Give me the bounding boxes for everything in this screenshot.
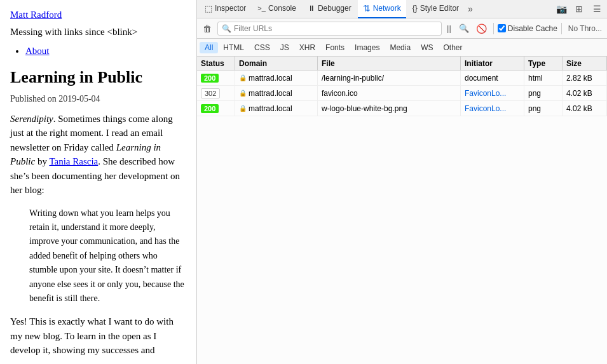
cell-domain-2: 🔒 mattrad.local bbox=[235, 101, 318, 116]
blockquote: Writing down what you learn helps you re… bbox=[29, 206, 186, 306]
inspector-icon: ⬚ bbox=[205, 4, 212, 13]
search-button[interactable]: 🔍 bbox=[456, 21, 472, 36]
lock-icon: 🔒 bbox=[239, 105, 247, 112]
menu-icon[interactable]: ☰ bbox=[589, 1, 604, 17]
disable-cache-checkbox[interactable] bbox=[498, 24, 506, 32]
intro-paragraph: Serendipity. Sometimes things come along… bbox=[10, 112, 186, 198]
filter-tab-xhr[interactable]: XHR bbox=[294, 42, 320, 53]
cell-initiator-1[interactable]: FaviconLo... bbox=[461, 86, 524, 100]
disable-cache-label[interactable]: Disable Cache bbox=[498, 24, 557, 33]
cell-type-0: html bbox=[524, 71, 563, 85]
cell-size-2: 4.02 kB bbox=[563, 101, 607, 116]
cell-status-2: 200 bbox=[197, 101, 235, 116]
cell-file-1: favicon.ico bbox=[318, 86, 461, 100]
network-icon: ⇅ bbox=[363, 3, 371, 13]
lock-icon: 🔒 bbox=[239, 90, 247, 97]
tab-console[interactable]: >_ Console bbox=[252, 0, 301, 18]
cell-status-1: 302 bbox=[197, 86, 235, 100]
filter-tab-js[interactable]: JS bbox=[275, 42, 294, 53]
filter-tab-ws[interactable]: WS bbox=[416, 42, 438, 53]
pause-button[interactable]: || bbox=[444, 24, 454, 33]
more-tabs-icon: » bbox=[468, 4, 473, 14]
toolbar-separator-2 bbox=[561, 23, 562, 34]
console-icon: >_ bbox=[257, 4, 266, 12]
devtools-tab-bar: ⬚ Inspector >_ Console ⏸ Debugger ⇅ Netw… bbox=[197, 0, 607, 18]
about-link[interactable]: About bbox=[25, 46, 50, 56]
filter-icon: 🔍 bbox=[222, 24, 231, 33]
filter-tab-all[interactable]: All bbox=[200, 42, 218, 53]
cell-type-1: png bbox=[524, 86, 563, 100]
tania-link[interactable]: Tania Rascia bbox=[49, 156, 98, 166]
status-badge-200-2: 200 bbox=[201, 104, 219, 113]
status-badge-200: 200 bbox=[201, 74, 219, 83]
filter-tab-other[interactable]: Other bbox=[438, 42, 467, 53]
no-throttle[interactable]: No Thro... bbox=[566, 24, 604, 33]
tab-style-editor[interactable]: {} Style Editor bbox=[407, 0, 464, 18]
lock-icon: 🔒 bbox=[239, 74, 247, 81]
filter-tab-css[interactable]: CSS bbox=[249, 42, 275, 53]
cell-initiator-2[interactable]: FaviconLo... bbox=[461, 101, 524, 116]
filter-input[interactable] bbox=[234, 24, 437, 33]
tab-inspector[interactable]: ⬚ Inspector bbox=[200, 0, 251, 18]
table-row[interactable]: 200 🔒 mattrad.local /learning-in-public/… bbox=[197, 71, 607, 86]
body-continue: Yes! This is exactly what I want to do w… bbox=[10, 314, 186, 358]
clear-button[interactable]: 🗑 bbox=[200, 21, 215, 36]
header-domain[interactable]: Domain bbox=[235, 57, 318, 70]
screenshot-icon[interactable]: 📷 bbox=[554, 1, 569, 17]
devtools-pane: ⬚ Inspector >_ Console ⏸ Debugger ⇅ Netw… bbox=[197, 0, 607, 364]
cell-status-0: 200 bbox=[197, 71, 235, 85]
status-badge-302: 302 bbox=[201, 88, 220, 98]
header-file[interactable]: File bbox=[318, 57, 461, 70]
filter-type-tabs: All HTML CSS JS XHR Fonts Images Media W… bbox=[197, 39, 607, 57]
filter-tab-images[interactable]: Images bbox=[350, 42, 385, 53]
header-initiator[interactable]: Initiator bbox=[461, 57, 524, 70]
more-tabs-button[interactable]: » bbox=[465, 4, 475, 14]
cell-type-2: png bbox=[524, 101, 563, 116]
network-toolbar: 🗑 🔍 || 🔍 🚫 Disable Cache No Thro... bbox=[197, 18, 607, 39]
tab-debugger[interactable]: ⏸ Debugger bbox=[303, 0, 357, 18]
filter-tab-media[interactable]: Media bbox=[385, 42, 416, 53]
cell-domain-1: 🔒 mattrad.local bbox=[235, 86, 318, 100]
header-status[interactable]: Status bbox=[197, 57, 235, 70]
filter-tab-html[interactable]: HTML bbox=[218, 42, 249, 53]
webpage-pane: Matt Radford Messing with links since <b… bbox=[0, 0, 197, 364]
cell-size-0: 2.82 kB bbox=[563, 71, 607, 85]
block-button[interactable]: 🚫 bbox=[474, 21, 489, 36]
author-link[interactable]: Matt Radford bbox=[10, 8, 186, 22]
header-type[interactable]: Type bbox=[524, 57, 563, 70]
cell-size-1: 4.02 kB bbox=[563, 86, 607, 100]
network-table: Status Domain File Initiator Type Size 2… bbox=[197, 57, 607, 364]
style-editor-icon: {} bbox=[413, 4, 418, 13]
cell-domain-0: 🔒 mattrad.local bbox=[235, 71, 318, 85]
cell-file-0: /learning-in-public/ bbox=[318, 71, 461, 85]
cell-file-2: w-logo-blue-white-bg.png bbox=[318, 101, 461, 116]
tab-network[interactable]: ⇅ Network bbox=[358, 0, 406, 18]
table-header: Status Domain File Initiator Type Size bbox=[197, 57, 607, 71]
debugger-icon: ⏸ bbox=[308, 4, 315, 13]
cell-initiator-0: document bbox=[461, 71, 524, 85]
devtools-right-icons: 📷 ⊞ ☰ bbox=[554, 1, 604, 17]
table-row[interactable]: 302 🔒 mattrad.local favicon.ico FaviconL… bbox=[197, 86, 607, 101]
layout-icon[interactable]: ⊞ bbox=[571, 1, 587, 17]
page-title: Learning in Public bbox=[10, 67, 186, 87]
toolbar-separator bbox=[493, 23, 494, 34]
filter-input-wrap: 🔍 bbox=[217, 22, 442, 36]
filter-tab-fonts[interactable]: Fonts bbox=[320, 42, 350, 53]
header-size[interactable]: Size bbox=[563, 57, 607, 70]
table-row[interactable]: 200 🔒 mattrad.local w-logo-blue-white-bg… bbox=[197, 101, 607, 116]
tagline: Messing with links since <blink> bbox=[10, 25, 186, 39]
published-date: Published on 2019-05-04 bbox=[10, 92, 186, 105]
intro-em: Serendipity bbox=[10, 114, 53, 124]
